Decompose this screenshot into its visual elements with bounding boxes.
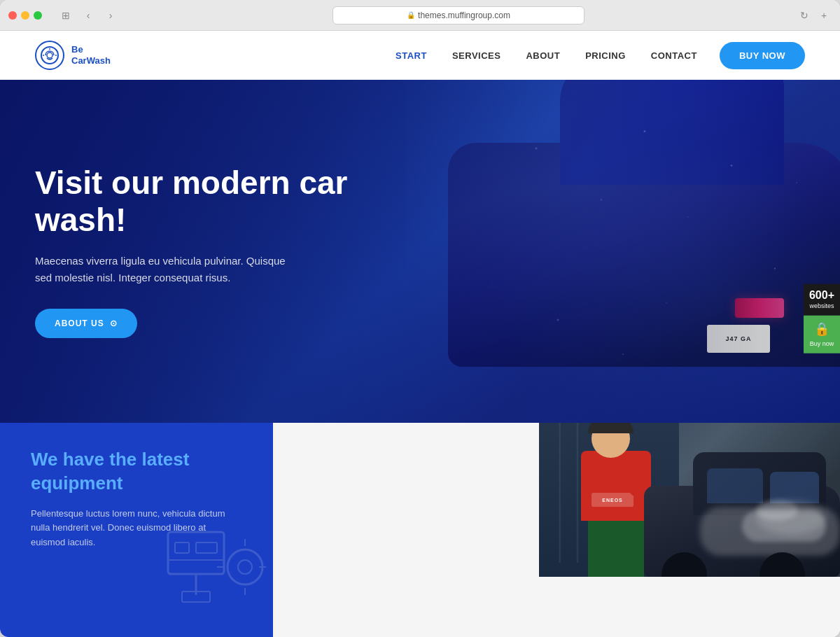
buy-now-widget[interactable]: 🔒 Buy now bbox=[804, 316, 840, 354]
buy-now-widget-label: Buy now bbox=[810, 340, 834, 348]
nav-links: START SERVICES ABOUT PRICING CONTACT bbox=[396, 49, 697, 62]
lock-icon: 🔒 bbox=[814, 321, 830, 337]
logo-text: Be CarWash bbox=[71, 44, 111, 66]
websites-widget[interactable]: 600+ websites bbox=[804, 284, 840, 316]
address-bar[interactable]: 🔒 themes.muffingroup.com bbox=[332, 6, 584, 24]
hero-content: Visit our modern car wash! Maecenas vive… bbox=[35, 164, 399, 338]
logo[interactable]: Be CarWash bbox=[35, 41, 111, 70]
nav-pricing[interactable]: PRICING bbox=[585, 50, 626, 61]
svg-point-11 bbox=[227, 550, 262, 584]
websites-count: 600+ bbox=[809, 290, 834, 301]
svg-rect-7 bbox=[196, 542, 217, 553]
equipment-panel: We have the latest equipment Pellentesqu… bbox=[0, 423, 273, 637]
svg-point-1 bbox=[47, 52, 52, 58]
about-us-button[interactable]: ABOUT US ⊙ bbox=[35, 309, 137, 338]
hero-title: Visit our modern car wash! bbox=[35, 164, 399, 239]
close-button[interactable] bbox=[8, 11, 17, 20]
browser-titlebar: ⊞ ‹ › 🔒 themes.muffingroup.com ↻ + bbox=[0, 0, 840, 31]
maximize-button[interactable] bbox=[34, 11, 42, 20]
new-tab-button[interactable]: + bbox=[816, 8, 832, 23]
logo-icon bbox=[35, 41, 64, 70]
browser-window: ⊞ ‹ › 🔒 themes.muffingroup.com ↻ + bbox=[0, 0, 840, 637]
address-bar-area: 🔒 themes.muffingroup.com bbox=[126, 6, 791, 24]
hero-section: J47 GA Visit our modern car wash! Maecen… bbox=[0, 80, 840, 423]
svg-rect-6 bbox=[175, 542, 189, 553]
refresh-button[interactable]: ↻ bbox=[797, 8, 812, 23]
nav-about[interactable]: ABOUT bbox=[526, 50, 560, 61]
hero-subtitle: Maecenas viverra ligula eu vehicula pulv… bbox=[35, 253, 301, 286]
equipment-bg-icon bbox=[154, 504, 273, 630]
buy-now-button[interactable]: BUY NOW bbox=[720, 42, 805, 69]
circle-arrow-icon: ⊙ bbox=[110, 318, 118, 328]
url-text: themes.muffingroup.com bbox=[418, 10, 510, 20]
logo-line1: Be bbox=[71, 44, 111, 55]
browser-controls: ⊞ ‹ › bbox=[56, 8, 120, 23]
lock-icon: 🔒 bbox=[407, 11, 415, 19]
window-icon[interactable]: ⊞ bbox=[56, 8, 76, 23]
right-sidebar: 600+ websites 🔒 Buy now bbox=[804, 284, 840, 354]
bottom-section: We have the latest equipment Pellentesqu… bbox=[0, 423, 840, 637]
nav-contact[interactable]: CONTACT bbox=[651, 50, 697, 61]
navbar: Be CarWash START SERVICES ABOUT PRICING … bbox=[0, 31, 840, 80]
websites-label: websites bbox=[809, 302, 834, 310]
about-us-label: ABOUT US bbox=[55, 318, 104, 328]
minimize-button[interactable] bbox=[21, 11, 29, 20]
browser-right-controls: ↻ + bbox=[797, 8, 832, 23]
car-wash-photo: ENEOS bbox=[539, 423, 840, 577]
forward-button[interactable]: › bbox=[101, 8, 120, 23]
svg-point-12 bbox=[238, 560, 252, 574]
logo-line2: CarWash bbox=[71, 55, 111, 66]
website-content: Be CarWash START SERVICES ABOUT PRICING … bbox=[0, 31, 840, 637]
photo-placeholder: ENEOS bbox=[539, 423, 840, 577]
nav-start[interactable]: START bbox=[396, 50, 427, 61]
back-button[interactable]: ‹ bbox=[78, 8, 98, 23]
nav-services[interactable]: SERVICES bbox=[452, 50, 501, 61]
equipment-title: We have the latest equipment bbox=[31, 448, 242, 496]
traffic-lights bbox=[8, 11, 42, 20]
